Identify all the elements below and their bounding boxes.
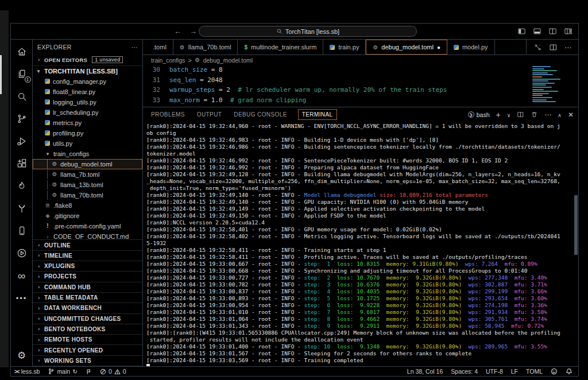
antlers-icon[interactable] xyxy=(15,202,29,215)
sidebar-section-remote-hosts[interactable]: ›REMOTE HOSTS xyxy=(33,335,142,345)
command-center-search[interactable]: TorchTitan [less.sb] xyxy=(199,26,417,37)
layout-panel-icon[interactable] xyxy=(533,27,541,36)
add-icon[interactable]: + xyxy=(496,111,501,119)
tree-item-logging-utils-py[interactable]: logging_utils.py xyxy=(33,97,142,107)
tab-train-py[interactable]: train.py xyxy=(323,40,366,55)
panel-tab-output[interactable]: OUTPUT xyxy=(196,110,223,119)
tree-item-llama-70b-toml[interactable]: ⚙llama_70b.toml xyxy=(33,190,142,200)
explorer-more-icon[interactable]: ⋯ xyxy=(131,44,138,51)
tree-item-debug-model-toml[interactable]: ⚙debug_model.toml xyxy=(33,159,142,169)
modified-dot-icon[interactable]: ● xyxy=(437,44,440,51)
tree-item-label: utils.py xyxy=(53,140,72,147)
home-icon[interactable] xyxy=(15,45,29,58)
layout-custom-icon[interactable] xyxy=(564,27,572,36)
encoding[interactable]: UTF-8 xyxy=(486,368,503,375)
breadcrumb-folder[interactable]: train_configs xyxy=(151,57,185,64)
tab-multinode-trainer-slurm[interactable]: $multinode_trainer.slurm xyxy=(238,40,323,55)
sidebar-section-outline[interactable]: ›OUTLINE xyxy=(33,240,142,250)
tab-llama-70b-toml[interactable]: ⚙llama_70b.toml xyxy=(173,40,238,55)
run-debug-icon[interactable] xyxy=(15,135,29,148)
warning-count: 0 xyxy=(123,368,126,375)
tree-item-float8-linear-py[interactable]: float8_linear.py xyxy=(33,87,142,97)
layout-sidebar-icon[interactable] xyxy=(517,27,526,36)
breadcrumb-file[interactable]: debug_model.toml xyxy=(203,57,253,64)
tree-root[interactable]: ▾ TORCHTITAN [LESS.SB] xyxy=(33,66,142,76)
sidebar-section-projects[interactable]: ›PROJECTS xyxy=(33,272,142,282)
panel-tab-terminal[interactable]: TERMINAL xyxy=(298,109,337,120)
sidebar-section-uncommitted-changes[interactable]: ›UNCOMMITTED CHANGES xyxy=(33,314,142,324)
tree-item-train-configs[interactable]: ▾train_configs xyxy=(33,149,142,159)
tree-item-profiling-py[interactable]: profiling.py xyxy=(33,128,142,138)
terminal-line: [rank0]:2024-04-15 19:33:00,954 - root -… xyxy=(146,302,578,309)
terminal-line: [rank0]:2024-04-15 19:32:46,983 - root -… xyxy=(146,137,578,144)
split-icon[interactable] xyxy=(517,111,524,118)
remote-indicator[interactable]: >< less.sb xyxy=(14,368,40,375)
layout-split-icon[interactable] xyxy=(548,27,557,36)
sidebar-section-timeline[interactable]: ›TIMELINE xyxy=(33,251,142,261)
tree-item-code-of-conduct-md[interactable]: ↓CODE_OF_CONDUCT.md xyxy=(33,231,142,240)
mobile-icon[interactable] xyxy=(15,224,29,237)
tree-item-metrics-py[interactable]: metrics.py xyxy=(33,118,142,128)
chevron-down-icon[interactable]: ∨ xyxy=(507,111,511,118)
play-circle-icon[interactable] xyxy=(15,247,29,259)
chevron-right-icon: › xyxy=(36,263,42,269)
panel-tab-problems[interactable]: PROBLEMS xyxy=(150,110,186,119)
search-icon[interactable] xyxy=(15,90,29,103)
terminal-line: [rank0]:2024-04-15 19:33:01,343 - root -… xyxy=(146,323,578,329)
notifications-bell-icon[interactable] xyxy=(566,368,572,375)
line-number: 33 xyxy=(143,95,169,106)
extensions-icon[interactable] xyxy=(15,157,29,170)
sidebar-section-recently-opened[interactable]: ›RECENTLY OPENED xyxy=(33,345,142,355)
tree-item-llama-13b-toml[interactable]: ⚙llama_13b.toml xyxy=(33,180,142,190)
more-icon[interactable]: ⋯ xyxy=(544,111,551,118)
explorer-icon[interactable]: 1 xyxy=(15,68,29,80)
breadcrumb[interactable]: train_configs > ⚙ debug_model.toml xyxy=(143,55,578,65)
trash-icon[interactable] xyxy=(531,111,538,118)
tab-debug-model-toml[interactable]: ⚙debug_model.toml● xyxy=(366,40,447,55)
nav-forward-icon[interactable]: → xyxy=(189,27,197,36)
status-tool-icon[interactable] xyxy=(86,369,92,375)
tab--toml[interactable]: .toml xyxy=(143,40,173,55)
nav-back-icon[interactable]: ← xyxy=(174,27,181,36)
sidebar-section-data-workbench[interactable]: ›DATA WORKBENCH xyxy=(33,303,142,313)
git-branch-status[interactable]: main ↻ xyxy=(48,368,78,375)
tree-item--flake8[interactable]: ≣.flake8 xyxy=(33,200,142,211)
more-icon[interactable]: ⋯ xyxy=(564,42,571,52)
indentation[interactable]: Spaces: 4 xyxy=(451,368,478,375)
sidebar-section-xplugins[interactable]: ›XPLUGINS xyxy=(33,261,142,272)
tree-item--gitignore[interactable]: ◈.gitignore xyxy=(33,211,142,221)
chevron-up-icon[interactable]: ∧ xyxy=(558,111,562,118)
more-icon[interactable]: ••• xyxy=(15,292,29,304)
sync-icon[interactable]: ↻ xyxy=(72,368,78,375)
terminal-output[interactable]: [rank0]:2024-04-15 19:32:44,960 - root -… xyxy=(143,122,578,366)
sidebar-section-working-sets[interactable]: ›WORKING SETS xyxy=(33,356,142,366)
terminal-shell-chip[interactable]: ❯ bash xyxy=(468,111,490,118)
settings-icon[interactable]: ⚙ xyxy=(15,349,29,362)
flame-icon[interactable] xyxy=(15,180,29,192)
sidebar-section-command-hub[interactable]: ›COMMAND HUB xyxy=(33,282,142,293)
tree-item--pre-commit-config-yaml[interactable]: !.pre-commit-config.yaml xyxy=(33,221,142,231)
language-mode[interactable]: TOML xyxy=(526,368,543,375)
tree-item-label: .pre-commit-config.yaml xyxy=(53,223,121,230)
terminal-scrollbar[interactable] xyxy=(574,195,578,255)
code-editor[interactable]: 30batch_size = 831seq_len = 204832warmup… xyxy=(143,65,578,107)
tab-model-py[interactable]: model.py xyxy=(447,40,495,55)
tree-item-lr-scheduling-py[interactable]: lr_scheduling.py xyxy=(33,107,142,118)
feedback-icon[interactable] xyxy=(551,368,558,375)
source-control-icon[interactable] xyxy=(15,113,29,125)
problems-status[interactable]: 0 0 xyxy=(100,368,126,375)
meta-icon[interactable]: ∞ xyxy=(15,269,29,282)
cursor-position[interactable]: Ln 38, Col 16 xyxy=(407,368,443,375)
eol-selector[interactable]: LF xyxy=(511,368,518,375)
minimap[interactable] xyxy=(532,66,572,104)
sidebar-section-bento-notebooks[interactable]: ›BENTO NOTEBOOKS xyxy=(33,324,142,335)
sidebar-section-table-metadata[interactable]: ›TABLE METADATA xyxy=(33,293,142,303)
tree-item-utils-py[interactable]: utils.py xyxy=(33,138,142,149)
open-editors-header[interactable]: › OPEN EDITORS 1 unsaved xyxy=(33,55,142,66)
panel-tab-debug-console[interactable]: DEBUG CONSOLE xyxy=(233,110,288,119)
tree-item-llama-7b-toml[interactable]: ⚙llama_7b.toml xyxy=(33,169,142,180)
run-menu-icon[interactable] xyxy=(533,43,542,52)
tree-item-config-manager-py[interactable]: config_manager.py xyxy=(33,76,142,87)
close-icon[interactable]: ✕ xyxy=(568,111,574,118)
split-editor-icon[interactable] xyxy=(549,43,558,52)
